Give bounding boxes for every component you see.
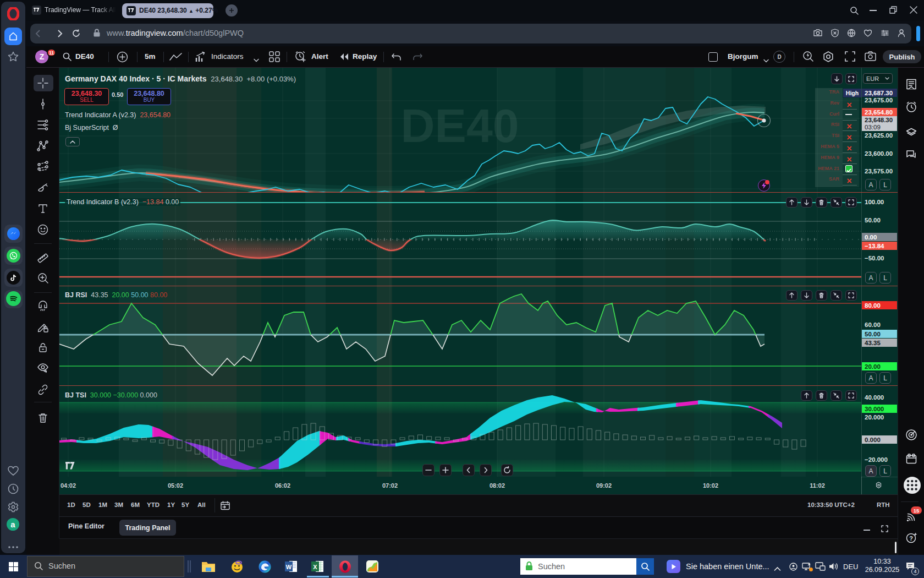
svg-text:X: X: [313, 564, 317, 570]
svg-text:?: ?: [909, 535, 913, 542]
svg-text:DE40: DE40: [400, 99, 519, 152]
svg-text:W: W: [286, 564, 292, 570]
